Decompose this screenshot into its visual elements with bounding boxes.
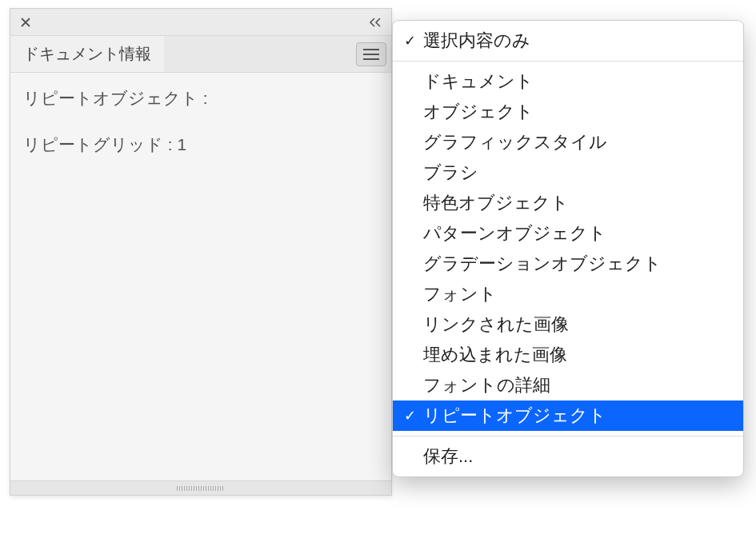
- hamburger-icon: [363, 49, 379, 50]
- menu-item-label: 埋め込まれた画像: [423, 343, 567, 367]
- menu-item-label: リピートオブジェクト: [423, 404, 606, 428]
- menu-separator: [393, 61, 743, 62]
- menu-item[interactable]: 特色オブジェクト: [393, 188, 743, 218]
- menu-separator: [393, 436, 743, 436]
- menu-item-label: フォント: [423, 282, 497, 306]
- menu-item-label: フォントの詳細: [423, 373, 550, 397]
- menu-item[interactable]: オブジェクト: [393, 97, 743, 127]
- document-info-panel: ドキュメント情報 リピートオブジェクト : リピートグリッド : 1: [10, 8, 392, 496]
- check-icon: ✓: [404, 407, 423, 424]
- hamburger-icon: [363, 58, 379, 60]
- repeat-grid-label: リピートグリッド : 1: [23, 134, 378, 156]
- menu-item-label: ドキュメント: [423, 70, 534, 94]
- panel-content: リピートオブジェクト : リピートグリッド : 1: [10, 73, 391, 480]
- tab-document-info[interactable]: ドキュメント情報: [10, 36, 164, 72]
- menu-item-label: オブジェクト: [423, 100, 534, 124]
- menu-item[interactable]: フォント: [393, 279, 743, 309]
- menu-item-label: グラデーションオブジェクト: [423, 252, 662, 276]
- tab-label: ドキュメント情報: [23, 43, 151, 65]
- menu-item[interactable]: グラデーションオブジェクト: [393, 249, 743, 279]
- panel-menu-button[interactable]: [356, 42, 386, 66]
- menu-item[interactable]: 埋め込まれた画像: [393, 340, 743, 370]
- menu-item-label: 保存...: [423, 444, 473, 468]
- close-icon[interactable]: [18, 15, 33, 30]
- menu-item-label: 選択内容のみ: [423, 29, 530, 53]
- hamburger-icon: [363, 54, 379, 55]
- grip-icon: [177, 486, 225, 491]
- repeat-object-label: リピートオブジェクト :: [23, 87, 378, 110]
- menu-item-label: パターンオブジェクト: [423, 221, 606, 245]
- menu-item-label: ブラシ: [423, 161, 478, 185]
- menu-item[interactable]: ドキュメント: [393, 66, 743, 97]
- panel-resize-footer[interactable]: [10, 480, 391, 495]
- menu-item[interactable]: パターンオブジェクト: [393, 218, 743, 249]
- menu-item[interactable]: ✓選択内容のみ: [393, 26, 743, 56]
- check-icon: ✓: [404, 32, 423, 50]
- menu-item[interactable]: リンクされた画像: [393, 309, 743, 340]
- menu-item[interactable]: ブラシ: [393, 157, 743, 188]
- menu-item[interactable]: ✓リピートオブジェクト: [393, 401, 743, 431]
- panel-header: [10, 9, 391, 36]
- tabs-row: ドキュメント情報: [10, 36, 391, 73]
- menu-item[interactable]: グラフィックスタイル: [393, 127, 743, 157]
- menu-item-label: グラフィックスタイル: [423, 130, 607, 154]
- menu-item[interactable]: フォントの詳細: [393, 370, 743, 401]
- menu-item-label: リンクされた画像: [423, 313, 569, 337]
- panel-options-menu: ✓選択内容のみドキュメントオブジェクトグラフィックスタイルブラシ特色オブジェクト…: [392, 20, 744, 477]
- menu-item[interactable]: 保存...: [393, 441, 743, 472]
- collapse-icon[interactable]: [367, 15, 383, 30]
- menu-item-label: 特色オブジェクト: [423, 191, 569, 215]
